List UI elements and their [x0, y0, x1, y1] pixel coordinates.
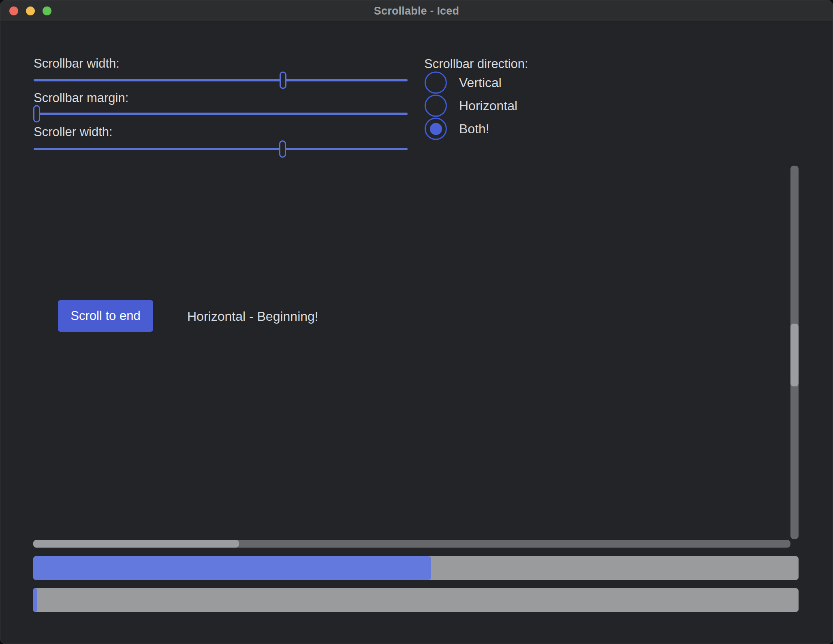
app-window: Scrollable - Iced Scrollbar width: Scrol… [0, 0, 833, 644]
radio-label[interactable]: Horizontal [459, 98, 517, 113]
minimize-button-icon[interactable] [26, 6, 35, 15]
scrollbar-margin-slider[interactable] [34, 105, 408, 123]
scrollbar-margin-label: Scrollbar margin: [34, 91, 128, 105]
radio-circle-icon[interactable] [425, 72, 447, 94]
traffic-lights [9, 0, 51, 21]
progress-fill [33, 556, 431, 580]
slider-track[interactable] [34, 148, 408, 150]
radio-label[interactable]: Both! [459, 122, 489, 136]
window-title: Scrollable - Iced [374, 5, 459, 17]
radio-circle-icon[interactable] [425, 118, 447, 140]
slider-handle[interactable] [280, 72, 286, 89]
scroll-to-end-button[interactable]: Scroll to end [58, 300, 153, 332]
radio-option-vertical[interactable]: Vertical [425, 72, 502, 94]
slider-handle[interactable] [33, 105, 40, 123]
scroller-width-label: Scroller width: [34, 125, 113, 139]
progress-fill [33, 588, 37, 612]
horizontal-progress-bar [33, 556, 799, 580]
scrollbar-direction-label: Scrollbar direction: [424, 57, 528, 71]
radio-dot-icon [430, 123, 442, 135]
vertical-progress-bar [33, 588, 799, 612]
horizontal-scrollbar-thumb[interactable] [33, 540, 239, 548]
radio-option-both[interactable]: Both! [425, 118, 489, 140]
title-bar: Scrollable - Iced [0, 0, 833, 22]
scrollbar-width-slider[interactable] [34, 71, 408, 89]
radio-circle-icon[interactable] [425, 95, 447, 117]
slider-track[interactable] [34, 79, 408, 81]
horizontal-scrollbar[interactable] [33, 540, 790, 548]
slider-handle[interactable] [279, 141, 286, 158]
vertical-scrollbar[interactable] [790, 166, 799, 539]
scrollbar-width-label: Scrollbar width: [34, 56, 120, 71]
radio-option-horizontal[interactable]: Horizontal [425, 95, 517, 117]
zoom-button-icon[interactable] [43, 6, 51, 15]
vertical-scrollbar-thumb[interactable] [790, 324, 799, 386]
radio-label[interactable]: Vertical [459, 75, 502, 90]
scroller-width-slider[interactable] [34, 140, 408, 158]
close-button-icon[interactable] [9, 6, 18, 15]
slider-track[interactable] [34, 113, 408, 115]
horizontal-status-text: Horizontal - Beginning! [187, 309, 318, 324]
